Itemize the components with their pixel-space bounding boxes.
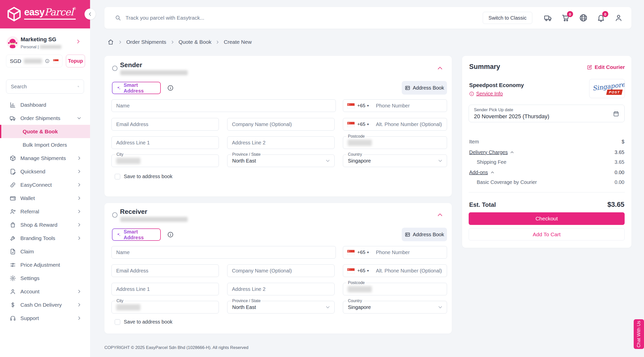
sidebar-item-shop-and-reward[interactable]: Shop & Reward [0,218,90,231]
receiver-address1-field[interactable] [111,283,219,295]
cart-icon[interactable]: 0 [561,14,570,22]
receiver-alt-phone-input[interactable] [369,268,447,274]
easyparcel-logo[interactable]: easyParcel® [24,7,76,20]
sender-save-to-address-book[interactable]: Save to address book [115,174,172,179]
sidebar-collapse-button[interactable] [85,9,96,20]
home-icon[interactable] [107,39,114,45]
sender-city-field[interactable]: City [111,154,219,167]
sidebar-item-dashboard[interactable]: Dashboard [0,98,90,111]
receiver-smart-address-button[interactable]: Smart Address [112,228,161,241]
breadcrumb-quote-and-book[interactable]: Quote & Book [179,39,212,45]
chat-with-us-tab[interactable]: Chat With Us [634,319,644,349]
sender-phone-input[interactable] [369,103,447,109]
receiver-radio[interactable] [112,212,117,218]
receiver-address2-field[interactable] [227,283,335,295]
sender-alt-phone-input[interactable] [369,122,447,127]
shipments-truck-icon[interactable] [544,14,552,22]
sender-company-input[interactable] [227,122,334,127]
account-user-icon[interactable] [614,14,623,22]
receiver-save-to-address-book[interactable]: Save to address book [115,319,172,325]
sender-address1-field[interactable] [111,136,219,149]
sender-email-input[interactable] [112,122,219,127]
sidebar-item-support[interactable]: Support [0,311,90,325]
breadcrumb-order-shipments[interactable]: Order Shipments [126,39,166,45]
receiver-phone-field[interactable]: +65 ▼ [343,246,447,259]
sender-address2-field[interactable] [227,136,335,149]
profile-chevron-right-icon[interactable] [75,39,81,44]
receiver-email-field[interactable] [111,264,219,277]
sidebar-search-input[interactable] [11,84,77,90]
chevron-up-icon[interactable] [510,150,514,154]
sender-smart-address-button[interactable]: Smart Address [112,82,161,94]
track-search-input[interactable] [126,15,483,21]
sidebar-item-cash-on-delivery[interactable]: Cash On Delivery [0,298,90,311]
sidebar-item-easyconnect[interactable]: EasyConnect [0,178,90,191]
sender-address-book-button[interactable]: Address Book [402,81,447,95]
receiver-company-input[interactable] [227,268,334,274]
sender-company-field[interactable] [227,118,335,131]
sender-radio[interactable] [112,66,117,71]
sidebar-item-order-shipments[interactable]: Order Shipments [0,111,90,125]
chevron-up-icon[interactable] [490,170,495,175]
add-to-cart-button[interactable]: Add To Cart [469,228,625,241]
sender-province-select[interactable]: Province / State North East [227,154,335,167]
sidebar-item-account[interactable]: Account [0,285,90,298]
receiver-postcode-field[interactable]: Postcode [343,283,447,295]
topup-button[interactable]: Topup [66,55,85,67]
sidebar-item-branding-tools[interactable]: Branding Tools [0,231,90,245]
track-search[interactable] [112,15,483,21]
checkbox[interactable] [115,174,120,179]
sender-phone-field[interactable]: +65 ▼ [343,99,447,112]
checkbox[interactable] [115,319,120,325]
singapore-flag-icon[interactable] [347,250,355,255]
delivery-charges-toggle[interactable]: Delivery Charges [469,149,508,155]
smart-address-info-icon[interactable] [167,231,174,238]
receiver-name-input[interactable] [112,250,336,255]
receiver-address2-input[interactable] [227,286,334,292]
service-info-link[interactable]: Service Info [469,91,503,97]
sender-postcode-field[interactable]: Postcode [343,136,447,149]
balance-info-icon[interactable] [45,58,50,64]
receiver-province-select[interactable]: Province / State North East [227,301,335,313]
receiver-name-field[interactable] [111,246,336,259]
receiver-company-field[interactable] [227,264,335,277]
sidebar-item-claim[interactable]: Claim [0,245,90,258]
profile-row[interactable]: Marketing SG Personal | [7,36,85,49]
sender-name-field[interactable] [111,99,336,112]
sidebar-search[interactable] [6,80,84,94]
sidebar-item-settings[interactable]: Settings [0,271,90,285]
singapore-flag-icon[interactable] [347,268,355,273]
sidebar-item-quicksend[interactable]: Quicksend [0,165,90,178]
phone-code[interactable]: +65 [357,103,365,108]
receiver-phone-input[interactable] [369,250,447,255]
sender-collapse-chevron-up-icon[interactable] [437,65,443,71]
sender-alt-phone-field[interactable]: +65 ▼ [343,118,447,131]
sender-address2-input[interactable] [227,140,334,146]
sidebar-item-referral[interactable]: Referral [0,205,90,218]
balance-pill[interactable]: SGD [6,55,62,67]
receiver-address-book-button[interactable]: Address Book [402,228,447,241]
sender-name-input[interactable] [112,103,336,109]
sidebar-item-manage-shipments[interactable]: Manage Shipments [0,151,90,165]
sender-address1-input[interactable] [112,140,219,146]
checkout-button[interactable]: Checkout [469,212,625,225]
sidebar-item-wallet[interactable]: Wallet [0,191,90,205]
singapore-flag-icon[interactable] [347,122,355,127]
sidebar-item-price-adjustment[interactable]: Price Adjustment [0,258,90,271]
notifications-bell-icon[interactable]: 0 [597,14,605,22]
receiver-alt-phone-field[interactable]: +65 ▼ [343,264,447,277]
pickup-date-field[interactable]: Sender Pick Up date 20 November 2025 (Th… [469,105,625,122]
edit-courier-button[interactable]: Edit Courier [587,64,625,70]
calendar-icon[interactable] [613,110,619,117]
add-ons-toggle[interactable]: Add-ons [469,170,488,175]
sidebar-item-quote-and-book[interactable]: Quote & Book [0,125,90,138]
receiver-email-input[interactable] [112,268,219,274]
receiver-country-select[interactable]: Country Singapore [343,301,447,313]
receiver-address1-input[interactable] [112,286,219,292]
smart-address-info-icon[interactable] [167,85,174,91]
receiver-city-field[interactable]: City [111,301,219,313]
switch-to-classic-button[interactable]: Switch to Classic [483,12,532,24]
sender-email-field[interactable] [111,118,219,131]
receiver-collapse-chevron-up-icon[interactable] [437,212,443,218]
singapore-flag-icon[interactable] [347,103,355,108]
